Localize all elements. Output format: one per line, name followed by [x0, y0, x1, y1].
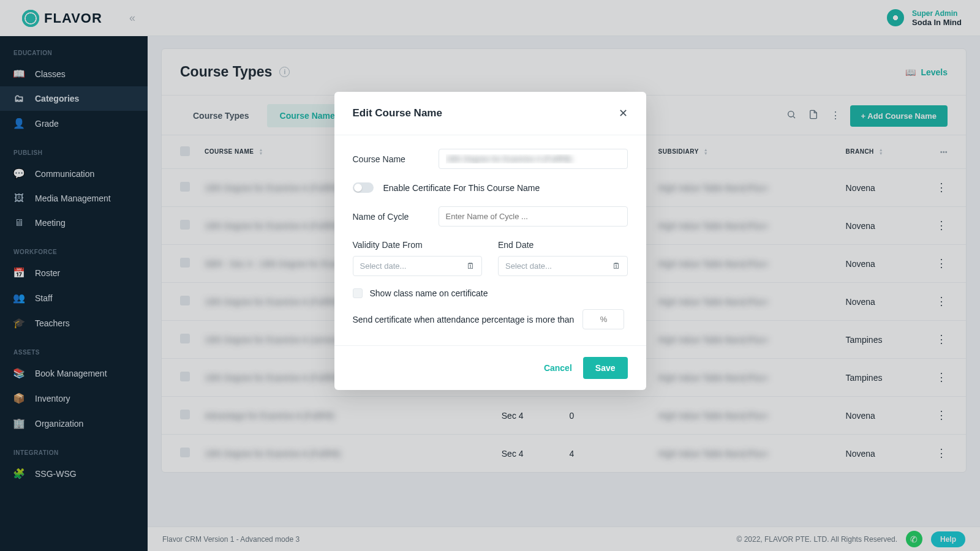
calendar-icon: 🗓: [467, 261, 475, 271]
edit-course-name-modal: Edit Course Name ✕ Course Name Enable Ce…: [334, 92, 646, 390]
modal-header: Edit Course Name ✕: [334, 92, 646, 135]
modal-body: Course Name Enable Certificate For This …: [334, 135, 646, 345]
date-to-placeholder: Select date...: [505, 261, 552, 271]
course-name-row: Course Name: [353, 149, 628, 169]
save-button[interactable]: Save: [583, 357, 628, 379]
cycle-row: Name of Cycle: [353, 206, 628, 227]
date-to-label: End Date: [498, 240, 628, 250]
modal-scrim[interactable]: Edit Course Name ✕ Course Name Enable Ce…: [0, 0, 980, 551]
course-name-input[interactable]: [439, 149, 628, 169]
date-range-row: Validity Date From Select date... 🗓 End …: [353, 240, 628, 276]
course-name-label: Course Name: [353, 154, 426, 164]
cycle-input[interactable]: [439, 206, 628, 227]
cancel-button[interactable]: Cancel: [544, 357, 572, 379]
attendance-threshold-row: Send certificate when attendance percent…: [353, 309, 628, 329]
calendar-icon: 🗓: [612, 261, 620, 271]
date-from-input[interactable]: Select date... 🗓: [353, 256, 483, 276]
attendance-threshold-input[interactable]: [582, 309, 624, 329]
cycle-label: Name of Cycle: [353, 212, 426, 222]
enable-certificate-label: Enable Certificate For This Course Name: [383, 183, 540, 193]
close-icon[interactable]: ✕: [619, 107, 628, 120]
date-to-input[interactable]: Select date... 🗓: [498, 256, 628, 276]
date-to-col: End Date Select date... 🗓: [498, 240, 628, 276]
date-from-label: Validity Date From: [353, 240, 483, 250]
show-class-name-label: Show class name on certificate: [370, 288, 488, 298]
date-from-placeholder: Select date...: [360, 261, 407, 271]
enable-certificate-row: Enable Certificate For This Course Name: [353, 182, 628, 193]
date-from-col: Validity Date From Select date... 🗓: [353, 240, 483, 276]
attendance-threshold-label: Send certificate when attendance percent…: [353, 315, 575, 324]
show-class-name-row: Show class name on certificate: [353, 288, 628, 298]
modal-footer: Cancel Save: [334, 345, 646, 390]
show-class-name-checkbox[interactable]: [353, 288, 363, 298]
enable-certificate-toggle[interactable]: [353, 182, 374, 193]
modal-title: Edit Course Name: [353, 107, 442, 119]
